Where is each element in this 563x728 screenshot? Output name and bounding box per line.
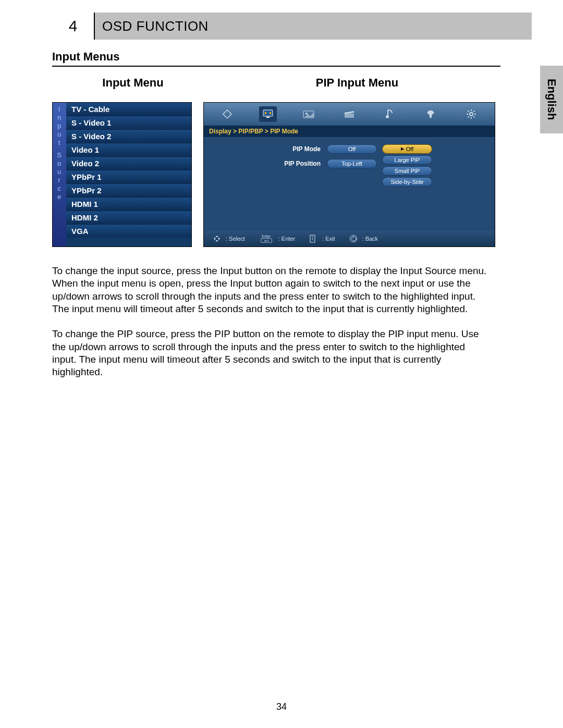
input-item[interactable]: Video 1 xyxy=(66,143,191,157)
footer-select: : Select xyxy=(211,235,245,243)
nav-arrow-icon[interactable] xyxy=(218,106,236,122)
enter-key-icon: Enter xyxy=(258,235,275,243)
footer-enter: Enter : Enter xyxy=(258,235,295,243)
input-source-list: TV - Cable S - Video 1 S - Video 2 Video… xyxy=(66,103,191,246)
input-source-rail-label: Input Source xyxy=(53,103,66,246)
paragraph-2: To change the PIP source, press the PIP … xyxy=(52,328,490,378)
heading-pip-input-menu: PIP Input Menu xyxy=(214,76,500,90)
picture-icon[interactable] xyxy=(300,106,317,122)
display-icon[interactable] xyxy=(259,106,277,122)
language-tab: English xyxy=(540,66,563,133)
chapter-header: 4 OSD FUNCTION xyxy=(52,13,532,40)
pip-mode-label: PIP Mode xyxy=(248,145,321,153)
pip-osd-menu: Display > PIP/PBP > PIP Mode PIP Mode Of… xyxy=(203,102,495,247)
input-item[interactable]: YPbPr 2 xyxy=(66,184,191,198)
chapter-title: OSD FUNCTION xyxy=(95,13,209,40)
pip-option[interactable]: Large PIP xyxy=(382,155,432,165)
chapter-number: 4 xyxy=(52,13,95,40)
pip-option-selected[interactable]: Off xyxy=(382,144,432,154)
svg-point-5 xyxy=(305,113,308,115)
svg-marker-28 xyxy=(353,236,354,238)
paragraph-1: To change the input source, press the In… xyxy=(52,265,490,315)
audio-icon[interactable] xyxy=(381,106,399,122)
svg-rect-23 xyxy=(310,235,315,242)
input-item[interactable]: VGA xyxy=(66,225,191,238)
pip-option[interactable]: Small PIP xyxy=(382,166,432,176)
svg-rect-1 xyxy=(266,117,270,118)
svg-rect-6 xyxy=(345,114,354,118)
svg-point-7 xyxy=(386,115,389,118)
input-item[interactable]: S - Video 2 xyxy=(66,130,191,143)
svg-line-16 xyxy=(474,111,475,112)
back-icon xyxy=(348,235,359,243)
input-item[interactable]: YPbPr 1 xyxy=(66,170,191,184)
input-item[interactable]: HDMI 1 xyxy=(66,198,191,211)
settings-gear-icon[interactable] xyxy=(462,106,480,122)
input-source-menu: Input Source TV - Cable S - Video 1 S - … xyxy=(52,102,192,247)
input-item[interactable]: Video 2 xyxy=(66,157,191,170)
pip-position-label: PIP Position xyxy=(248,160,321,167)
pip-position-value[interactable]: Top-Left xyxy=(327,159,377,168)
language-label: English xyxy=(545,79,558,120)
svg-marker-22 xyxy=(264,240,265,242)
heading-input-menu: Input Menu xyxy=(52,76,214,90)
svg-marker-17 xyxy=(214,237,215,240)
pip-mode-value[interactable]: Off xyxy=(327,144,377,154)
pip-icon-bar xyxy=(204,103,495,126)
pip-mode-options: Off Large PIP Small PIP Side-by-Side xyxy=(382,144,445,223)
svg-marker-19 xyxy=(216,236,218,237)
page-number: 34 xyxy=(0,701,563,712)
svg-line-13 xyxy=(468,111,469,112)
svg-rect-0 xyxy=(263,110,273,116)
svg-point-8 xyxy=(470,113,473,116)
svg-line-15 xyxy=(468,117,469,118)
pip-position-row: PIP Position Top-Left xyxy=(210,159,377,168)
dpad-icon xyxy=(211,235,223,243)
footer-exit: : Exit xyxy=(308,235,335,243)
input-item[interactable]: TV - Cable xyxy=(66,103,191,116)
svg-rect-21 xyxy=(261,239,272,243)
input-item[interactable]: HDMI 2 xyxy=(66,211,191,225)
svg-line-14 xyxy=(474,117,475,118)
pip-mode-row: PIP Mode Off xyxy=(210,144,377,154)
input-item[interactable]: S - Video 1 xyxy=(66,116,191,130)
section-divider xyxy=(52,66,500,67)
movie-icon[interactable] xyxy=(340,106,358,122)
pip-footer-bar: : Select Enter : Enter : Exit xyxy=(204,231,495,246)
svg-marker-18 xyxy=(218,237,220,240)
exit-icon xyxy=(308,235,319,243)
svg-marker-20 xyxy=(216,240,218,242)
section-title: Input Menus xyxy=(52,50,532,64)
pip-breadcrumb: Display > PIP/PBP > PIP Mode xyxy=(204,126,495,137)
footer-back: : Back xyxy=(348,235,378,243)
pip-option[interactable]: Side-by-Side xyxy=(382,177,432,187)
setup-icon[interactable] xyxy=(422,106,439,122)
